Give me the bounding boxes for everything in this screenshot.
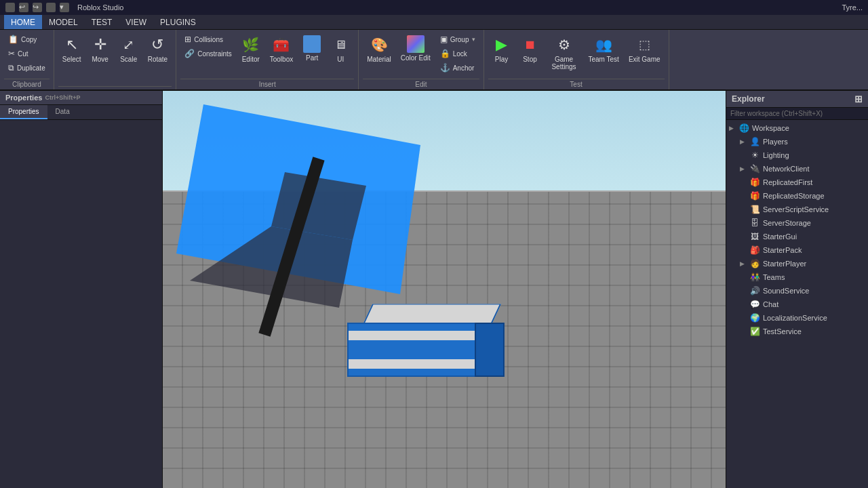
title-bar-left: ↩ ↪ ▾ Roblox Studio bbox=[5, 3, 124, 12]
title-bar: ↩ ↪ ▾ Roblox Studio Tyre... bbox=[0, 0, 868, 15]
tree-item[interactable]: ▶ 🧑 StarterPlayer bbox=[726, 257, 868, 270]
group-dropdown[interactable]: ▾ bbox=[472, 36, 475, 43]
exitgame-button[interactable]: ⬚ Exit Game bbox=[625, 33, 665, 66]
select-button[interactable]: ↖ Select bbox=[58, 33, 85, 66]
collisions-button[interactable]: ⊞ Collisions bbox=[180, 33, 236, 46]
play-label: Play bbox=[495, 56, 508, 63]
exitgame-label: Exit Game bbox=[629, 56, 660, 63]
tree-item-icon: 🗄 bbox=[749, 218, 760, 228]
clipboard-buttons: 📋 Copy ✂ Cut ⧉ Duplicate bbox=[4, 33, 50, 77]
tree-item-icon: 🔊 bbox=[749, 285, 760, 296]
tree-arrow: ▶ bbox=[740, 260, 747, 267]
tree-item[interactable]: 👫 Teams bbox=[726, 270, 868, 284]
ui-button[interactable]: 🖥 UI bbox=[327, 33, 354, 66]
tree-item-icon: 👤 bbox=[749, 136, 760, 147]
save-icon[interactable] bbox=[46, 3, 56, 12]
lock-button[interactable]: 🔒 Lock bbox=[436, 47, 479, 60]
tree-item[interactable]: 🗄 ServerStorage bbox=[726, 216, 868, 230]
gamesettings-button[interactable]: ⚙ Game Settings bbox=[545, 33, 583, 73]
tree-item[interactable]: 🌍 LocalizationService bbox=[726, 311, 868, 325]
right-panel: Explorer ⊞ ▶ 🌐 Workspace ▶ 👤 Players ☀ L… bbox=[726, 91, 868, 488]
redo-icon[interactable]: ↪ bbox=[33, 3, 42, 12]
constraints-button[interactable]: 🔗 Constraints bbox=[180, 47, 236, 60]
copy-icon: 📋 bbox=[8, 35, 18, 44]
material-button[interactable]: 🎨 Material bbox=[363, 33, 395, 66]
anchor-button[interactable]: ⚓ Anchor bbox=[436, 61, 479, 75]
tree-item[interactable]: 🖼 StarterGui bbox=[726, 230, 868, 243]
tree-item-label: Players bbox=[763, 138, 865, 146]
app-title: Roblox Studio bbox=[77, 3, 124, 12]
properties-tabs: Properties Data bbox=[0, 105, 162, 120]
editor-button[interactable]: 🌿 Editor bbox=[237, 33, 264, 66]
box-stripe-top bbox=[349, 331, 475, 340]
main-layout: Properties Ctrl+Shift+P Properties Data bbox=[0, 91, 868, 488]
tree-item[interactable]: 🎒 StarterPack bbox=[726, 243, 868, 257]
duplicate-button[interactable]: ⧉ Duplicate bbox=[4, 61, 50, 75]
menu-model[interactable]: MODEL bbox=[42, 15, 85, 29]
move-icon: ✛ bbox=[91, 35, 110, 54]
menu-home[interactable]: HOME bbox=[4, 15, 42, 29]
tree-item[interactable]: 🔊 SoundService bbox=[726, 284, 868, 298]
tree-item-label: LocalizationService bbox=[763, 314, 865, 322]
color-button[interactable]: Color Edit bbox=[397, 33, 435, 64]
tree-item[interactable]: ☀ Lighting bbox=[726, 148, 868, 162]
edit-group-label: Edit bbox=[363, 79, 479, 89]
viewport[interactable] bbox=[163, 91, 726, 488]
teamtest-label: Team Test bbox=[589, 56, 619, 63]
tree-item-label: StarterPack bbox=[763, 246, 865, 254]
play-button[interactable]: ▶ Play bbox=[488, 33, 515, 66]
scale-icon: ⤢ bbox=[119, 35, 138, 54]
play-icon: ▶ bbox=[492, 35, 511, 54]
move-button[interactable]: ✛ Move bbox=[87, 33, 114, 66]
tree-arrow: ▶ bbox=[740, 138, 747, 145]
tree-item-label: ReplicatedStorage bbox=[763, 192, 865, 200]
menu-view[interactable]: VIEW bbox=[119, 15, 153, 29]
ui-label: UI bbox=[337, 56, 344, 63]
cut-button[interactable]: ✂ Cut bbox=[4, 47, 50, 60]
group-button[interactable]: ▣ Group ▾ bbox=[436, 33, 479, 46]
menu-plugins[interactable]: PLUGINS bbox=[153, 15, 203, 29]
tree-item-icon: ☀ bbox=[749, 150, 760, 161]
tree-item-icon: 👫 bbox=[749, 272, 760, 283]
tree-item[interactable]: ✅ TestService bbox=[726, 325, 868, 338]
tree-item[interactable]: 📜 ServerScriptService bbox=[726, 203, 868, 216]
undo-icon[interactable]: ↩ bbox=[19, 3, 28, 12]
menu-test[interactable]: TEST bbox=[85, 15, 119, 29]
constraints-icon: 🔗 bbox=[184, 49, 195, 58]
part-button[interactable]: Part bbox=[298, 33, 326, 64]
toolbox-label: Toolbox bbox=[270, 56, 293, 63]
tab-data[interactable]: Data bbox=[47, 105, 78, 119]
tree-item[interactable]: ▶ 🔌 NetworkClient bbox=[726, 162, 868, 176]
explorer-tree: ▶ 🌐 Workspace ▶ 👤 Players ☀ Lighting ▶ 🔌… bbox=[726, 120, 868, 488]
duplicate-icon: ⧉ bbox=[8, 63, 14, 73]
explorer-search-input[interactable] bbox=[726, 108, 868, 120]
tree-item[interactable]: 🎁 ReplicatedStorage bbox=[726, 189, 868, 203]
tree-item[interactable]: ▶ 🌐 Workspace bbox=[726, 121, 868, 135]
tab-properties[interactable]: Properties bbox=[0, 105, 47, 119]
tree-item[interactable]: 🎁 ReplicatedFirst bbox=[726, 176, 868, 189]
gamesettings-label: Game Settings bbox=[549, 56, 579, 70]
test-group-label: Test bbox=[488, 79, 665, 89]
part-icon bbox=[303, 35, 321, 53]
viewport-canvas bbox=[163, 91, 726, 488]
teamtest-icon: 👥 bbox=[594, 35, 613, 54]
tree-item[interactable]: ▶ 👤 Players bbox=[726, 135, 868, 148]
tree-item-label: ServerScriptService bbox=[763, 205, 865, 214]
toolbox-button[interactable]: 🧰 Toolbox bbox=[266, 33, 297, 66]
copy-button[interactable]: 📋 Copy bbox=[4, 33, 50, 46]
file-icon bbox=[5, 3, 15, 12]
ribbon: 📋 Copy ✂ Cut ⧉ Duplicate Clipboard ↖ Sel… bbox=[0, 30, 868, 91]
scale-button[interactable]: ⤢ Scale bbox=[115, 33, 142, 66]
tree-item[interactable]: 💬 Chat bbox=[726, 298, 868, 311]
select-icon: ↖ bbox=[62, 35, 81, 54]
stop-icon: ⏹ bbox=[521, 35, 540, 54]
tree-item-icon: 🖼 bbox=[749, 231, 760, 242]
rotate-button[interactable]: ↺ Rotate bbox=[144, 33, 172, 66]
insert-col1: ⊞ Collisions 🔗 Constraints bbox=[180, 33, 236, 60]
tree-item-icon: 🌍 bbox=[749, 312, 760, 323]
teamtest-button[interactable]: 👥 Team Test bbox=[585, 33, 623, 66]
dropdown-icon[interactable]: ▾ bbox=[60, 3, 69, 12]
explorer-title: Explorer bbox=[732, 94, 765, 104]
stop-button[interactable]: ⏹ Stop bbox=[517, 33, 544, 66]
select-label: Select bbox=[62, 56, 81, 63]
